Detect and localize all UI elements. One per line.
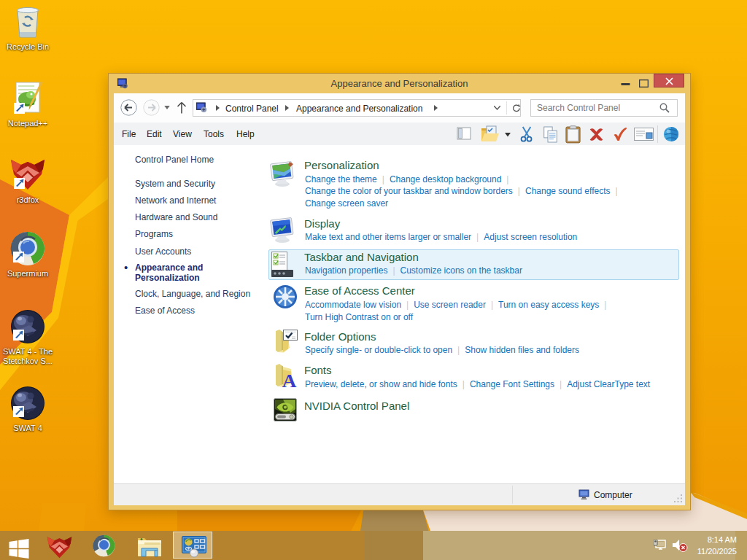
- svg-text:A: A: [282, 370, 297, 389]
